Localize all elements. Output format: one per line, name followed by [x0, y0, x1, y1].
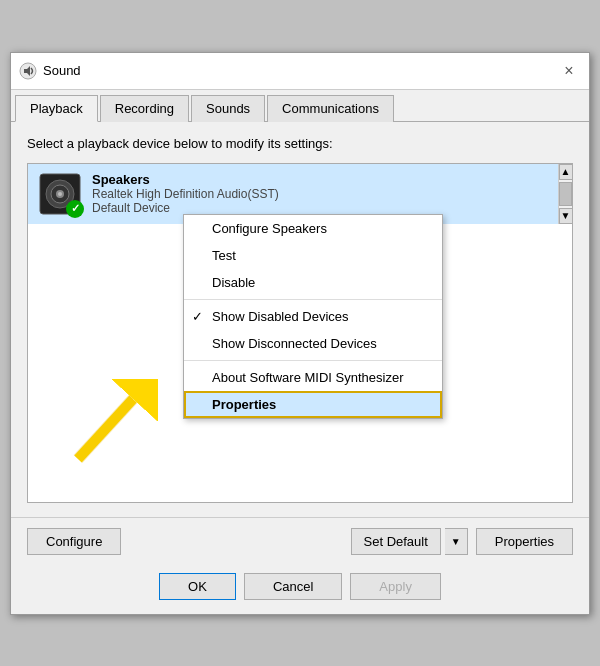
menu-item-show-disconnected[interactable]: Show Disconnected Devices: [184, 330, 442, 357]
ok-button[interactable]: OK: [159, 573, 236, 600]
menu-label-properties: Properties: [212, 397, 276, 412]
menu-item-configure[interactable]: Configure Speakers: [184, 215, 442, 242]
device-desc1: Realtek High Definition Audio(SST): [92, 187, 562, 201]
menu-separator-2: [184, 360, 442, 361]
arrow-icon: [58, 379, 158, 469]
title-bar: Sound ×: [11, 53, 589, 90]
scroll-thumb[interactable]: [559, 182, 572, 206]
menu-label-show-disconnected: Show Disconnected Devices: [212, 336, 377, 351]
sound-title-icon: [19, 62, 37, 80]
set-default-dropdown-arrow[interactable]: ▼: [445, 528, 468, 555]
cancel-button[interactable]: Cancel: [244, 573, 342, 600]
check-icon: ✓: [192, 309, 203, 324]
device-list[interactable]: ✓ Speakers Realtek High Definition Audio…: [27, 163, 573, 503]
menu-item-show-disabled[interactable]: ✓ Show Disabled Devices: [184, 303, 442, 330]
set-default-group: Set Default ▼: [351, 528, 468, 555]
spacer: [129, 528, 342, 555]
scroll-up-btn[interactable]: ▲: [559, 164, 573, 180]
sound-dialog: Sound × Playback Recording Sounds Commun…: [10, 52, 590, 615]
menu-label-disable: Disable: [212, 275, 255, 290]
set-default-button[interactable]: Set Default: [351, 528, 441, 555]
instruction-text: Select a playback device below to modify…: [27, 136, 573, 151]
menu-item-about-midi[interactable]: About Software MIDI Synthesizer: [184, 364, 442, 391]
menu-label-configure: Configure Speakers: [212, 221, 327, 236]
default-check-badge: ✓: [66, 200, 84, 218]
context-menu: Configure Speakers Test Disable ✓ Show D…: [183, 214, 443, 419]
menu-label-show-disabled: Show Disabled Devices: [212, 309, 349, 324]
menu-item-properties[interactable]: Properties: [184, 391, 442, 418]
properties-button[interactable]: Properties: [476, 528, 573, 555]
close-button[interactable]: ×: [557, 59, 581, 83]
svg-line-8: [78, 399, 133, 459]
device-name: Speakers: [92, 172, 562, 187]
tab-bar: Playback Recording Sounds Communications: [11, 90, 589, 122]
tab-sounds[interactable]: Sounds: [191, 95, 265, 122]
menu-item-test[interactable]: Test: [184, 242, 442, 269]
svg-point-6: [58, 192, 62, 196]
arrow-annotation: [58, 379, 158, 472]
configure-button[interactable]: Configure: [27, 528, 121, 555]
svg-line-9: [78, 399, 133, 459]
scrollbar[interactable]: ▲ ▼: [558, 164, 572, 224]
speaker-icon-wrap: ✓: [38, 172, 82, 216]
menu-item-disable[interactable]: Disable: [184, 269, 442, 296]
menu-label-about-midi: About Software MIDI Synthesizer: [212, 370, 403, 385]
tab-communications[interactable]: Communications: [267, 95, 394, 122]
device-info: Speakers Realtek High Definition Audio(S…: [92, 172, 562, 215]
tab-content: Select a playback device below to modify…: [11, 122, 589, 517]
tab-playback[interactable]: Playback: [15, 95, 98, 122]
window-title: Sound: [43, 63, 81, 78]
bottom-buttons: Configure Set Default ▼ Properties: [11, 517, 589, 565]
title-bar-left: Sound: [19, 62, 81, 80]
menu-label-test: Test: [212, 248, 236, 263]
tab-recording[interactable]: Recording: [100, 95, 189, 122]
menu-separator-1: [184, 299, 442, 300]
scroll-down-btn[interactable]: ▼: [559, 208, 573, 224]
apply-button[interactable]: Apply: [350, 573, 441, 600]
dialog-buttons: OK Cancel Apply: [11, 565, 589, 614]
